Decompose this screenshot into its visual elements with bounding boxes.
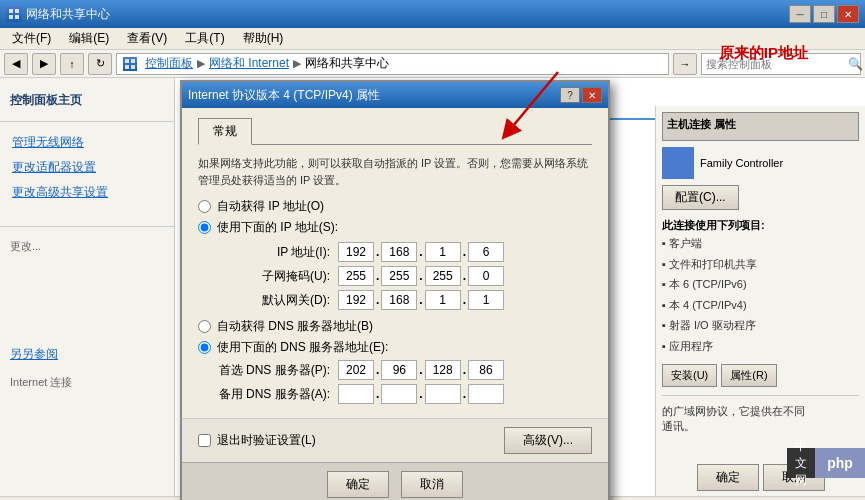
ip-dot1: . — [376, 242, 379, 262]
ip-seg4[interactable] — [468, 242, 504, 262]
breadcrumb-icon — [123, 57, 137, 71]
breadcrumb-sep2: ▶ — [293, 57, 301, 70]
adapter-name-text: Family Controller — [700, 157, 783, 169]
dialog-info-text: 如果网络支持此功能，则可以获取自动指派的 IP 设置。否则，您需要从网络系统管理… — [198, 155, 592, 188]
menu-tools[interactable]: 工具(T) — [177, 28, 232, 49]
maximize-button[interactable]: □ — [813, 5, 835, 23]
tab-general[interactable]: 常规 — [198, 118, 252, 145]
manual-dns-radio[interactable] — [198, 341, 211, 354]
manual-ip-label: 使用下面的 IP 地址(S): — [217, 219, 338, 236]
subnet-input-group: . . . — [338, 266, 504, 286]
sidebar-link-wireless[interactable]: 管理无线网络 — [0, 130, 174, 155]
gateway-input-group: . . . — [338, 290, 504, 310]
gateway-dot3: . — [463, 290, 466, 310]
adapter-name: 主机连接 属性 — [667, 117, 854, 132]
minimize-button[interactable]: ─ — [789, 5, 811, 23]
right-network-panel: 主机连接 属性 Family Controller 配置(C)... 此连接使用… — [655, 106, 865, 496]
refresh-button[interactable]: ↻ — [88, 53, 112, 75]
svg-rect-6 — [125, 65, 129, 69]
exit-validate-checkbox[interactable] — [198, 434, 211, 447]
sidebar: 控制面板主页 管理无线网络 更改适配器设置 更改高级共享设置 更改... 另另参… — [0, 78, 175, 496]
install-button[interactable]: 安装(U) — [662, 364, 717, 387]
net-item-1: ▪ 客户端 — [662, 233, 859, 254]
subnet-dot1: . — [376, 266, 379, 286]
dialog-close-button[interactable]: ✕ — [582, 87, 602, 103]
menu-edit[interactable]: 编辑(E) — [61, 28, 117, 49]
go-button[interactable]: → — [673, 53, 697, 75]
pdns-seg4[interactable] — [468, 360, 504, 380]
install-props-btns: 安装(U) 属性(R) — [662, 364, 859, 387]
ip-seg3[interactable] — [425, 242, 461, 262]
ip-seg2[interactable] — [381, 242, 417, 262]
subnet-label: 子网掩码(U): — [218, 268, 338, 285]
gateway-seg1[interactable] — [338, 290, 374, 310]
ip-seg1[interactable] — [338, 242, 374, 262]
forward-button[interactable]: ▶ — [32, 53, 56, 75]
net-item-5: ▪ 射器 I/O 驱动程序 — [662, 315, 859, 336]
alternate-dns-input: . . . — [338, 384, 504, 404]
subnet-seg3[interactable] — [425, 266, 461, 286]
breadcrumb-part2[interactable]: 网络和 Internet — [209, 55, 289, 72]
adns-dot3: . — [463, 384, 466, 404]
sidebar-divider2 — [0, 226, 174, 227]
gateway-seg3[interactable] — [425, 290, 461, 310]
adns-seg3[interactable] — [425, 384, 461, 404]
gateway-seg4[interactable] — [468, 290, 504, 310]
net-item-6: ▪ 应用程序 — [662, 336, 859, 357]
close-button[interactable]: ✕ — [837, 5, 859, 23]
dialog-cancel-button[interactable]: 取消 — [401, 471, 463, 498]
adns-seg1[interactable] — [338, 384, 374, 404]
adns-dot2: . — [419, 384, 422, 404]
pdns-dot1: . — [376, 360, 379, 380]
auto-dns-label: 自动获得 DNS 服务器地址(B) — [217, 318, 373, 335]
pdns-dot3: . — [463, 360, 466, 380]
sidebar-link-sharing[interactable]: 更改高级共享设置 — [0, 180, 174, 205]
dialog-ok-button[interactable]: 确定 — [327, 471, 389, 498]
panel-ok-button[interactable]: 确定 — [697, 464, 759, 491]
subnet-seg2[interactable] — [381, 266, 417, 286]
pdns-seg1[interactable] — [338, 360, 374, 380]
manual-ip-row: 使用下面的 IP 地址(S): — [198, 219, 592, 236]
subnet-group: 子网掩码(U): . . . — [198, 266, 592, 286]
breadcrumb-part1[interactable]: 控制面板 — [145, 55, 193, 72]
adns-seg4[interactable] — [468, 384, 504, 404]
pdns-seg2[interactable] — [381, 360, 417, 380]
sidebar-internet: Internet 连接 — [0, 371, 174, 394]
sidebar-link-another[interactable]: 另另参阅 — [10, 342, 164, 367]
pdns-seg3[interactable] — [425, 360, 461, 380]
up-button[interactable]: ↑ — [60, 53, 84, 75]
breadcrumb-sep1: ▶ — [197, 57, 205, 70]
sidebar-title: 控制面板主页 — [0, 88, 174, 113]
gateway-group: 默认网关(D): . . . — [198, 290, 592, 310]
dns-group: 自动获得 DNS 服务器地址(B) 使用下面的 DNS 服务器地址(E): — [198, 318, 592, 356]
advanced-button[interactable]: 高级(V)... — [504, 427, 592, 454]
menu-view[interactable]: 查看(V) — [119, 28, 175, 49]
dialog-help-button[interactable]: ? — [560, 87, 580, 103]
gateway-seg2[interactable] — [381, 290, 417, 310]
sidebar-link-adapter[interactable]: 更改适配器设置 — [0, 155, 174, 180]
subnet-dot2: . — [419, 266, 422, 286]
subnet-seg1[interactable] — [338, 266, 374, 286]
auto-ip-radio[interactable] — [198, 200, 211, 213]
back-button[interactable]: ◀ — [4, 53, 28, 75]
manual-ip-radio[interactable] — [198, 221, 211, 234]
ip-input-group: . . . — [338, 242, 504, 262]
tcp-ipv4-dialog: Internet 协议版本 4 (TCP/IPv4) 属性 ? ✕ 常规 如果网… — [180, 80, 610, 500]
search-icon[interactable]: 🔍 — [848, 57, 863, 71]
window-title: 网络和共享中心 — [26, 6, 110, 23]
preferred-dns-group: 首选 DNS 服务器(P): . . . — [198, 360, 592, 380]
adns-seg2[interactable] — [381, 384, 417, 404]
ip-address-group: IP 地址(I): . . . — [198, 242, 592, 262]
auto-ip-row: 自动获得 IP 地址(O) — [198, 198, 592, 215]
menu-help[interactable]: 帮助(H) — [235, 28, 292, 49]
properties-button[interactable]: 属性(R) — [721, 364, 776, 387]
manual-dns-row: 使用下面的 DNS 服务器地址(E): — [198, 339, 592, 356]
menu-file[interactable]: 文件(F) — [4, 28, 59, 49]
chinese-badge: 中文网 — [787, 448, 815, 478]
title-bar-left: 网络和共享中心 — [6, 6, 110, 23]
subnet-seg4[interactable] — [468, 266, 504, 286]
pdns-dot2: . — [419, 360, 422, 380]
dialog-footer: 退出时验证设置(L) 高级(V)... — [182, 418, 608, 462]
auto-dns-radio[interactable] — [198, 320, 211, 333]
configure-button[interactable]: 配置(C)... — [662, 185, 739, 210]
